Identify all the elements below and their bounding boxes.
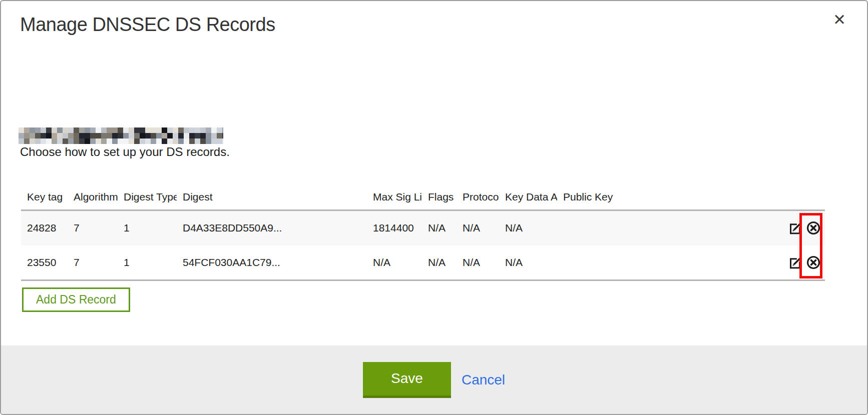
column-header-key-tag: Key tag	[21, 182, 68, 210]
column-header-key-data-alg: Key Data Alg	[499, 182, 557, 210]
close-icon[interactable]: ✕	[833, 12, 846, 28]
column-header-protocol: Protocol	[457, 182, 499, 210]
cell-public-key	[557, 210, 779, 246]
column-header-flags: Flags	[422, 182, 457, 210]
cell-key-data-alg: N/A	[499, 210, 557, 246]
save-button[interactable]: Save	[363, 362, 451, 398]
cell-flags: N/A	[422, 246, 457, 280]
cell-key-data-alg: N/A	[499, 246, 557, 280]
ds-records-table: Key tagAlgorithmDigest TypeDigestMax Sig…	[21, 182, 825, 281]
cell-digest: D4A33E8DD550A9...	[177, 210, 367, 246]
row-actions-cell	[779, 210, 825, 246]
cancel-link[interactable]: Cancel	[462, 372, 505, 388]
cell-digest-type: 1	[118, 246, 177, 280]
column-header-max-sig-life: Max Sig Life	[367, 182, 422, 210]
redacted-domain-name	[19, 128, 223, 144]
column-header-actions	[779, 182, 825, 210]
cell-algorithm: 7	[68, 210, 118, 246]
column-header-digest: Digest	[177, 182, 367, 210]
cell-max-sig-life: 1814400	[367, 210, 422, 246]
cell-digest-type: 1	[118, 210, 177, 246]
column-header-algorithm: Algorithm	[68, 182, 118, 210]
instruction-text: Choose how to set up your DS records.	[20, 145, 230, 159]
column-header-digest-type: Digest Type	[118, 182, 177, 210]
manage-dnssec-ds-records-dialog: Manage DNSSEC DS Records ✕ Choose how to…	[0, 0, 868, 415]
table-row: 2482871D4A33E8DD550A9...1814400N/AN/AN/A	[21, 210, 825, 246]
row-actions-cell	[779, 246, 825, 280]
edit-record-icon[interactable]	[788, 255, 803, 270]
cell-key-tag: 24828	[21, 210, 68, 246]
delete-record-icon[interactable]	[806, 220, 821, 236]
add-ds-record-button[interactable]: Add DS Record	[22, 288, 130, 312]
dialog-footer: Save Cancel	[1, 346, 867, 414]
column-header-public-key: Public Key	[557, 182, 779, 210]
dialog-title: Manage DNSSEC DS Records	[20, 14, 275, 36]
table-row: 235507154FCF030AA1C79...N/AN/AN/AN/A	[21, 246, 825, 280]
cell-public-key	[557, 246, 779, 280]
cell-protocol: N/A	[457, 210, 499, 246]
cell-digest: 54FCF030AA1C79...	[177, 246, 367, 280]
cell-protocol: N/A	[457, 246, 499, 280]
cell-key-tag: 23550	[21, 246, 68, 280]
cell-algorithm: 7	[68, 246, 118, 280]
cell-flags: N/A	[422, 210, 457, 246]
delete-record-icon[interactable]	[806, 255, 821, 270]
cell-max-sig-life: N/A	[367, 246, 422, 280]
table-header-row: Key tagAlgorithmDigest TypeDigestMax Sig…	[21, 182, 825, 210]
edit-record-icon[interactable]	[788, 220, 803, 236]
